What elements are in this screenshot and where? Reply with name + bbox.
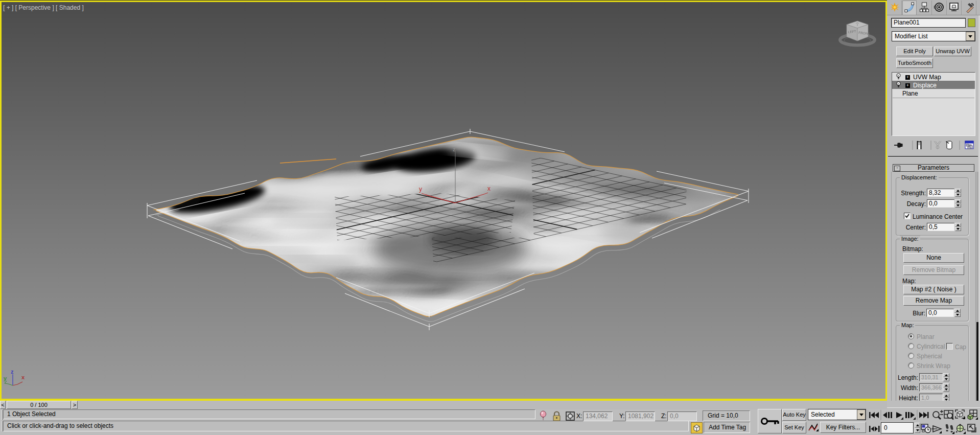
svg-text:y: y [4, 375, 7, 381]
svg-text:x: x [21, 374, 25, 380]
svg-text:z: z [453, 146, 456, 152]
svg-text:z: z [11, 369, 14, 375]
svg-text:x: x [487, 185, 491, 192]
svg-text:y: y [419, 186, 422, 193]
